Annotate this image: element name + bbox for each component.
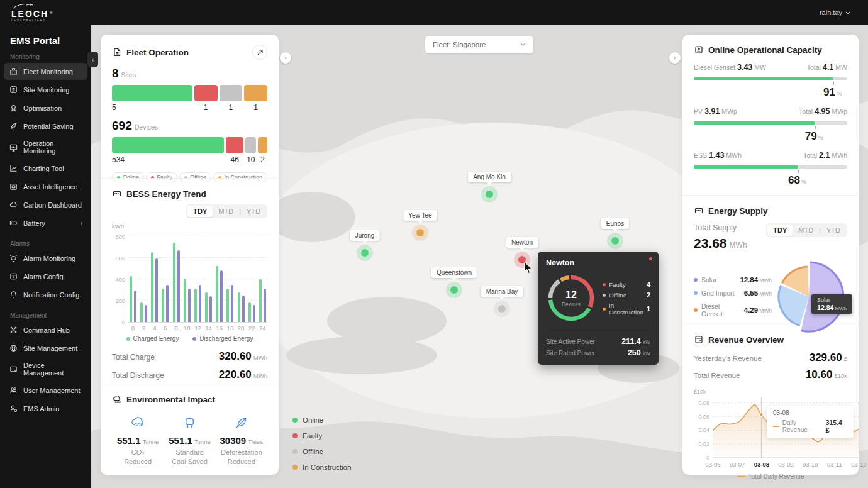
popup-stat-site-rated-power: Site Rated Power250kW <box>546 348 650 357</box>
revenue-legend[interactable]: Total Daily Revenue <box>694 473 847 480</box>
sidebar-item-ems-admin[interactable]: EMS Admin <box>4 400 87 417</box>
sidebar-item-charting-tool[interactable]: Charting Tool <box>4 160 87 177</box>
y-tick-label: 0 <box>111 319 125 326</box>
bess-bar-chart: 0200400600800 <box>128 237 267 323</box>
bar-group-0 <box>130 237 136 322</box>
environment-title: Environmental Impact <box>126 395 215 404</box>
chart-icon <box>9 164 18 173</box>
breakdown-label: Faulty <box>609 281 626 288</box>
expand-fleet-operation-button[interactable] <box>252 45 267 60</box>
sidebar-item-user-management[interactable]: User Management <box>4 382 87 399</box>
bar-discharged-energy <box>199 285 201 322</box>
bar-group-18 <box>226 237 233 322</box>
sidebar-item-alarm-config-[interactable]: Alarm Config. <box>4 268 87 285</box>
segment-faulty <box>194 85 218 101</box>
sidebar-item-battery[interactable]: Battery› <box>4 214 87 231</box>
tab-mtd[interactable]: MTD <box>793 225 819 236</box>
map-legend-in-construction: In Construction <box>292 463 351 471</box>
bar-group-14 <box>205 237 212 322</box>
segment-count-offline: 10 <box>245 155 256 164</box>
marker-label: Newton <box>506 237 538 248</box>
tab-tdy[interactable]: TDY <box>767 225 793 236</box>
tab-ytd[interactable]: YTD <box>821 225 846 236</box>
revenue-icon <box>694 335 704 345</box>
bar-discharged-energy <box>134 291 136 322</box>
tab-ytd[interactable]: YTD <box>241 206 266 217</box>
x-tick-label: 03-07 <box>727 461 748 468</box>
segment-construction <box>258 137 267 153</box>
popup-breakdown: Faulty4Offline2In Construction1 <box>603 277 650 319</box>
popup-stats: Site Active Power211.4kWSite Rated Power… <box>546 330 650 357</box>
sidebar-item-operation-monitoring[interactable]: Operation Monitoring <box>4 136 87 158</box>
left-panel-collapse-button[interactable]: ‹ <box>280 52 291 64</box>
bar-charged-energy <box>162 289 164 322</box>
bar-charged-energy <box>226 289 229 322</box>
marker-label: Queenstown <box>431 267 477 278</box>
battery-icon <box>9 218 18 228</box>
sidebar-item-alarm-monitoring[interactable]: Alarm Monitoring <box>4 250 87 267</box>
bar-charged-energy <box>248 302 251 322</box>
sidebar-item-asset-intelligence[interactable]: Asset Intelligence <box>4 178 87 195</box>
sidebar-item-optimisation[interactable]: Optimisation <box>4 99 87 116</box>
y-tick-label: 0.02 <box>694 441 709 447</box>
sidebar-item-command-hub[interactable]: Command Hub <box>4 321 87 338</box>
bar-charged-energy <box>151 252 153 322</box>
sidebar-item-notification-config-[interactable]: Notification Config. <box>4 286 87 303</box>
x-tick-label: 12 <box>194 324 201 331</box>
energy-supply-icon <box>694 206 704 216</box>
legend-charged-energy[interactable]: Charged Energy <box>126 335 179 342</box>
popup-breakdown-construction: In Construction1 <box>603 302 650 316</box>
capacity-head: PV3.91MWpTotal4.95MWp <box>694 107 847 116</box>
command-icon <box>9 325 18 335</box>
sidebar-collapse-button[interactable]: ‹ <box>87 52 98 67</box>
revenue-x-axis: 03-0603-0703-0803-0903-1003-1103-12 <box>703 461 868 468</box>
tab-mtd[interactable]: MTD <box>213 206 239 217</box>
chevron-down-icon <box>845 11 850 14</box>
legend-label: Grid Import <box>701 289 735 297</box>
bar-group-12 <box>194 237 201 322</box>
legend-label: Solar <box>701 276 717 284</box>
segment-online <box>112 137 224 153</box>
revenue-tooltip: 03-08 Daily Revenue315.4 £ <box>767 406 854 438</box>
right-panel-collapse-button[interactable]: › <box>669 52 681 64</box>
sidebar-item-device-management[interactable]: Device Management <box>4 358 87 380</box>
bar-charged-energy <box>205 292 208 322</box>
sidebar-item-site-management[interactable]: Site Management <box>4 340 87 357</box>
legend-dash-icon <box>737 476 745 477</box>
status-dot-faulty <box>649 257 652 260</box>
chevron-right-icon: › <box>81 219 82 226</box>
env-value: 30309Trees <box>216 435 267 446</box>
sidebar-item-carbon-dashboard[interactable]: Carbon Dashboard <box>4 196 87 213</box>
bess-bars <box>128 237 267 322</box>
bar-group-22 <box>248 237 255 322</box>
y-tick-label: 200 <box>111 297 125 304</box>
sidebar-item-label: Carbon Dashboard <box>23 201 82 209</box>
sidebar-item-site-monitoring[interactable]: Site Monitoring <box>4 81 87 98</box>
sidebar-item-potential-saving[interactable]: Potential Saving <box>4 118 87 135</box>
tab-tdy[interactable]: TDY <box>187 206 213 217</box>
bar-discharged-energy <box>264 289 266 322</box>
y-tick-label: 0.04 <box>694 427 709 433</box>
segment-count-faulty: 46 <box>226 155 243 164</box>
legend-discharged-energy[interactable]: Discharged Energy <box>192 335 253 342</box>
x-tick-label: 6 <box>162 324 169 331</box>
fleet-selector[interactable]: Fleet: Singapore <box>425 36 533 53</box>
sidebar-item-label: Fleet Monitoring <box>23 68 73 75</box>
y-tick-label: 400 <box>111 276 125 283</box>
total-supply-label: Total Supply <box>694 223 747 232</box>
x-tick-label: 16 <box>216 324 223 331</box>
sidebar-item-fleet-monitoring[interactable]: Fleet Monitoring <box>4 63 87 80</box>
user-menu[interactable]: rain.tay <box>820 9 850 16</box>
y-tick-label: 0.08 <box>694 400 709 406</box>
legend-value: 12.84MWh <box>740 276 772 284</box>
supply-pie-chart: Solar 12.84MWh <box>772 260 847 336</box>
bar-discharged-energy <box>155 258 158 322</box>
bell-icon <box>9 290 18 299</box>
bar-charged-energy <box>259 279 262 322</box>
map-legend-offline: Offline <box>292 448 351 455</box>
env-label: CO₂Reduced <box>112 448 164 467</box>
sidebar: EMS Portal MonitoringFleet MonitoringSit… <box>0 25 91 488</box>
bar-charged-energy <box>140 302 143 322</box>
popup-site-name: Newton <box>546 258 650 267</box>
leaf-icon <box>9 121 18 131</box>
